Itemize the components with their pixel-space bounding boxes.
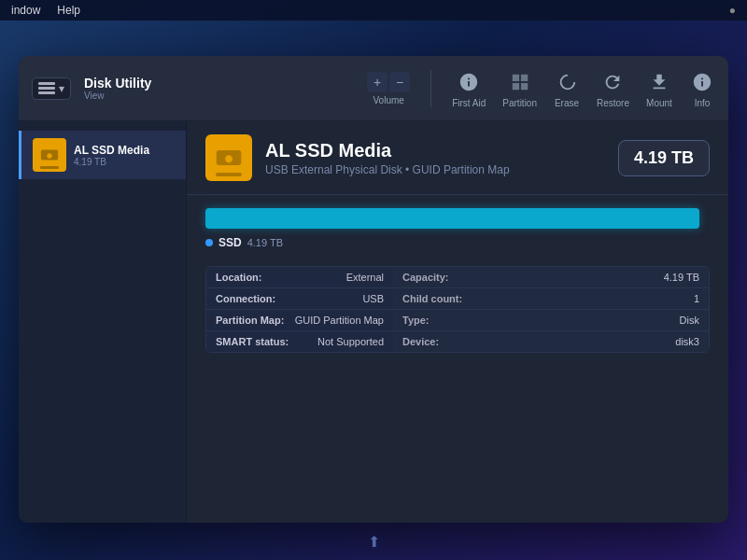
body-area: AL SSD Media 4.19 TB AL SSD Media USB Ex… (19, 121, 728, 523)
info-icon (689, 69, 715, 95)
table-row: Connection: USB Child count: 1 (206, 288, 709, 310)
view-label: View (84, 91, 151, 101)
sidebar-item-ssd[interactable]: AL SSD Media 4.19 TB (19, 131, 186, 179)
chevron-down-icon: ▾ (59, 82, 64, 95)
label-smart: SMART status: (216, 336, 289, 347)
disk-icon (33, 138, 66, 172)
value-capacity: 4.19 TB (664, 272, 699, 283)
erase-icon (554, 69, 580, 95)
value-partition-map: GUID Partition Map (295, 315, 384, 326)
bottom-indicator: ⬆ (368, 533, 380, 551)
app-title: Disk Utility (84, 76, 151, 91)
erase-label: Erase (555, 98, 579, 108)
disk-header-icon (205, 134, 252, 181)
main-content: AL SSD Media USB External Physical Disk … (187, 121, 728, 523)
partition-label: SSD 4.19 TB (205, 236, 710, 249)
value-child-count: 1 (694, 293, 699, 304)
add-volume-icon: + (367, 72, 388, 92)
label-type: Type: (402, 315, 430, 326)
toolbar: ▾ Disk Utility View + − Volume (19, 56, 728, 121)
info-label: Info (695, 98, 711, 108)
partition-button[interactable]: Partition (502, 69, 537, 108)
partition-label: Partition (502, 98, 537, 108)
first-aid-button[interactable]: First Aid (452, 69, 486, 108)
mount-icon (646, 69, 672, 95)
menu-help[interactable]: Help (57, 4, 80, 17)
toolbar-separator-1 (430, 70, 431, 107)
grid-view-icon (38, 82, 55, 95)
menu-window[interactable]: indow (11, 4, 40, 17)
disk-header-name: AL SSD Media (265, 140, 618, 161)
value-connection: USB (362, 293, 384, 304)
partition-size: 4.19 TB (247, 237, 283, 248)
label-device: Device: (402, 336, 439, 347)
restore-button[interactable]: Restore (597, 69, 629, 108)
partition-name: SSD (218, 236, 242, 249)
label-partition-map: Partition Map: (216, 315, 284, 326)
disk-header: AL SSD Media USB External Physical Disk … (187, 121, 728, 195)
disk-size-badge: 4.19 TB (618, 140, 710, 176)
label-child-count: Child count: (402, 293, 462, 304)
info-table: Location: External Capacity: 4.19 TB Con… (205, 266, 710, 353)
capacity-bar (205, 208, 699, 229)
volume-button[interactable]: + − Volume (367, 72, 410, 105)
erase-button[interactable]: Erase (554, 69, 580, 108)
value-type: Disk (680, 315, 699, 326)
view-toggle[interactable]: ▾ (32, 77, 71, 100)
disk-utility-window: ▾ Disk Utility View + − Volume (19, 56, 728, 523)
value-device: disk3 (675, 336, 699, 347)
system-icon-wifi: ● (729, 4, 736, 17)
remove-volume-icon: − (389, 72, 410, 92)
mount-label: Mount (646, 98, 672, 108)
first-aid-label: First Aid (452, 98, 486, 108)
sidebar: AL SSD Media 4.19 TB (19, 121, 187, 523)
sidebar-disk-name: AL SSD Media (74, 144, 149, 157)
partition-icon (507, 69, 533, 95)
info-button[interactable]: Info (689, 69, 715, 108)
restore-icon (599, 69, 626, 95)
capacity-section: SSD 4.19 TB (187, 195, 728, 257)
value-location: External (346, 272, 384, 283)
volume-label: Volume (373, 95, 403, 105)
partition-dot (205, 239, 213, 246)
first-aid-icon (456, 69, 482, 95)
label-connection: Connection: (216, 293, 275, 304)
label-location: Location: (216, 272, 262, 283)
restore-label: Restore (597, 98, 629, 108)
table-row: SMART status: Not Supported Device: disk… (206, 331, 709, 352)
value-smart: Not Supported (317, 336, 384, 347)
table-row: Location: External Capacity: 4.19 TB (206, 267, 709, 288)
table-row: Partition Map: GUID Partition Map Type: … (206, 310, 709, 331)
disk-header-desc: USB External Physical Disk • GUID Partit… (265, 163, 618, 176)
label-capacity: Capacity: (402, 272, 449, 283)
mount-button[interactable]: Mount (646, 69, 672, 108)
sidebar-disk-size: 4.19 TB (74, 157, 149, 167)
